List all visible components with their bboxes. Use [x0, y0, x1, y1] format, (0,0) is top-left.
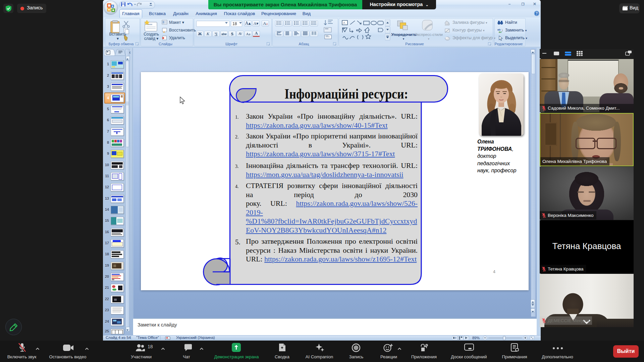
svg-text:?: ?	[536, 12, 538, 15]
svg-text:ac: ac	[499, 31, 502, 33]
svg-text:A: A	[343, 21, 345, 24]
svg-text:89%: 89%	[472, 336, 480, 340]
